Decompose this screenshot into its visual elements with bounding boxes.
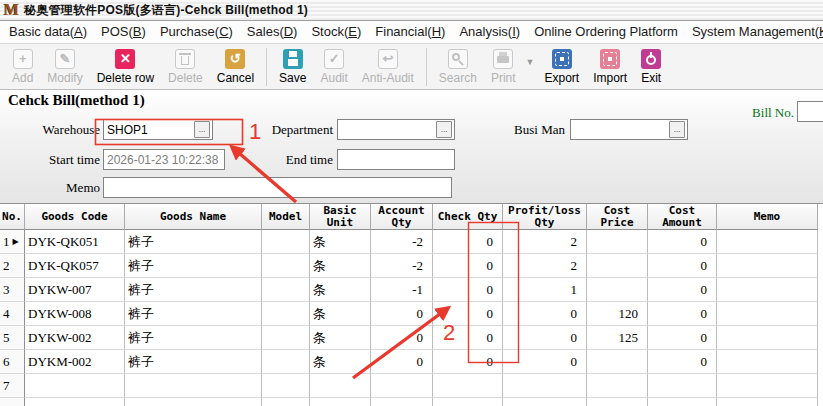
cell-r4-c5[interactable]: 0 — [371, 302, 433, 326]
cell-r8-c3[interactable] — [262, 398, 310, 406]
modify-button[interactable]: ✎Modify — [40, 48, 89, 86]
column-header-check-qty[interactable]: Check Qty — [433, 204, 503, 230]
cell-r3-c2[interactable]: 裤子 — [125, 278, 262, 302]
cell-r3-c4[interactable]: 条 — [310, 278, 371, 302]
row-header-cell[interactable]: 3 — [0, 278, 25, 302]
cell-r2-c4[interactable]: 条 — [310, 254, 371, 278]
cell-r6-c9[interactable]: 0 — [648, 350, 717, 374]
menu-item-basic-data-a[interactable]: Basic data(A) — [2, 21, 94, 43]
table-row[interactable]: 1▶DYK-QK051裤子条-2020 — [0, 230, 823, 254]
menu-item-sales-d[interactable]: Sales(D) — [240, 21, 305, 43]
cell-r3-c3[interactable] — [262, 278, 310, 302]
cell-r5-c6[interactable]: 0 — [433, 326, 503, 350]
cancel-button[interactable]: ↺Cancel — [210, 48, 261, 86]
table-row[interactable]: 8 — [0, 398, 823, 406]
cell-r3-c10[interactable] — [717, 278, 818, 302]
table-row[interactable]: 5DYKW-002裤子条0001250 — [0, 326, 823, 350]
cell-r4-c10[interactable] — [717, 302, 818, 326]
cell-r8-c7[interactable] — [503, 398, 587, 406]
cell-r5-c9[interactable]: 0 — [648, 326, 717, 350]
cell-r1-c5[interactable]: -2 — [371, 230, 433, 254]
audit-button[interactable]: ✓Audit — [313, 48, 354, 86]
cell-r7-c6[interactable] — [433, 374, 503, 398]
row-header-cell[interactable]: 6 — [0, 350, 25, 374]
export-button[interactable]: Export — [538, 48, 587, 86]
column-header-account-qty[interactable]: Account Qty — [371, 204, 433, 230]
cell-r4-c7[interactable]: 0 — [503, 302, 587, 326]
cell-r7-c10[interactable] — [717, 374, 818, 398]
cell-r3-c7[interactable]: 1 — [503, 278, 587, 302]
cell-r8-c6[interactable] — [433, 398, 503, 406]
cell-r1-c8[interactable] — [587, 230, 648, 254]
cell-r1-c10[interactable] — [717, 230, 818, 254]
busi-man-lookup-button[interactable]: ... — [669, 121, 685, 138]
cell-r8-c5[interactable] — [371, 398, 433, 406]
cell-r7-c2[interactable] — [125, 374, 262, 398]
column-header-cost-amount[interactable]: Cost Amount — [648, 204, 717, 230]
cell-r6-c6[interactable]: 0 — [433, 350, 503, 374]
row-header-cell[interactable]: 7 — [0, 374, 25, 398]
column-header-cost-price[interactable]: Cost Price — [587, 204, 648, 230]
cell-r7-c4[interactable] — [310, 374, 371, 398]
bill-no-input[interactable] — [797, 101, 823, 122]
row-header-cell[interactable]: 8 — [0, 398, 25, 406]
cell-r7-c8[interactable] — [587, 374, 648, 398]
table-row[interactable]: 4DYKW-008裤子条0001200 — [0, 302, 823, 326]
menu-item-pos-b[interactable]: POS(B) — [94, 21, 153, 43]
cell-r4-c1[interactable]: DYKW-008 — [25, 302, 125, 326]
cell-r4-c2[interactable]: 裤子 — [125, 302, 262, 326]
search-button[interactable]: Search — [432, 48, 484, 86]
cell-r5-c4[interactable]: 条 — [310, 326, 371, 350]
cell-r2-c5[interactable]: -2 — [371, 254, 433, 278]
cell-r7-c5[interactable] — [371, 374, 433, 398]
cell-r6-c10[interactable] — [717, 350, 818, 374]
cell-r6-c1[interactable]: DYKM-002 — [25, 350, 125, 374]
row-header-cell[interactable]: 4 — [0, 302, 25, 326]
cell-r6-c7[interactable]: 0 — [503, 350, 587, 374]
row-header-cell[interactable]: 1▶ — [0, 230, 25, 254]
menu-item-financial-h[interactable]: Financial(H) — [368, 21, 452, 43]
cell-r4-c4[interactable]: 条 — [310, 302, 371, 326]
table-row[interactable]: 2DYK-QK057裤子条-2020 — [0, 254, 823, 278]
cell-r1-c6[interactable]: 0 — [433, 230, 503, 254]
cell-r1-c4[interactable]: 条 — [310, 230, 371, 254]
menu-item-stock-e[interactable]: Stock(E) — [304, 21, 368, 43]
column-header-no[interactable]: No. — [0, 204, 25, 230]
print-button[interactable]: Print — [484, 48, 523, 86]
save-button[interactable]: Save — [272, 48, 313, 86]
department-lookup-button[interactable]: ... — [436, 121, 452, 138]
cell-r3-c9[interactable]: 0 — [648, 278, 717, 302]
cell-r4-c3[interactable] — [262, 302, 310, 326]
cell-r2-c10[interactable] — [717, 254, 818, 278]
end-time-input[interactable] — [337, 149, 455, 170]
warehouse-lookup-button[interactable]: ... — [194, 121, 210, 138]
delete-row-button[interactable]: ✕Delete row — [90, 48, 161, 86]
cell-r7-c7[interactable] — [503, 374, 587, 398]
cell-r4-c6[interactable]: 0 — [433, 302, 503, 326]
cell-r8-c10[interactable] — [717, 398, 818, 406]
menu-item-purchase-c[interactable]: Purchase(C) — [153, 21, 240, 43]
anti-audit-button[interactable]: ↩Anti-Audit — [355, 48, 421, 86]
cell-r8-c1[interactable] — [25, 398, 125, 406]
cell-r7-c3[interactable] — [262, 374, 310, 398]
column-header-model[interactable]: Model — [262, 204, 310, 230]
add-button[interactable]: +Add — [5, 48, 40, 86]
row-header-cell[interactable]: 5 — [0, 326, 25, 350]
cell-r8-c9[interactable] — [648, 398, 717, 406]
column-header-memo[interactable]: Memo — [717, 204, 818, 230]
start-time-input[interactable] — [103, 149, 225, 170]
cell-r2-c6[interactable]: 0 — [433, 254, 503, 278]
table-row[interactable]: 6DYKM-002裤子条0000 — [0, 350, 823, 374]
cell-r1-c1[interactable]: DYK-QK051 — [25, 230, 125, 254]
cell-r5-c5[interactable]: 0 — [371, 326, 433, 350]
cell-r8-c8[interactable] — [587, 398, 648, 406]
cell-r2-c1[interactable]: DYK-QK057 — [25, 254, 125, 278]
import-button[interactable]: Import — [586, 48, 634, 86]
menu-item-system-management-k[interactable]: System Management(K) — [685, 21, 823, 43]
cell-r6-c2[interactable]: 裤子 — [125, 350, 262, 374]
cell-r5-c7[interactable]: 0 — [503, 326, 587, 350]
memo-input[interactable] — [103, 177, 452, 198]
cell-r5-c3[interactable] — [262, 326, 310, 350]
cell-r6-c8[interactable] — [587, 350, 648, 374]
cell-r6-c3[interactable] — [262, 350, 310, 374]
